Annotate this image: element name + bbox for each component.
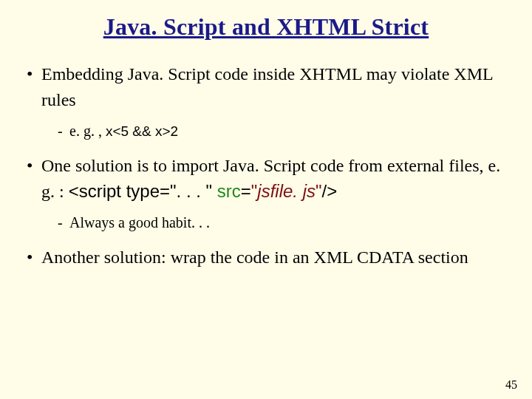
slide-title: Java. Script and XHTML Strict: [25, 13, 507, 41]
bullet-2-sub-text: Always a good habit. . .: [69, 214, 210, 231]
page-number: 45: [505, 378, 517, 392]
src-eq: =: [241, 181, 251, 201]
bullet-2-sub-item: Always a good habit. . .: [58, 211, 507, 234]
bullet-3: Another solution: wrap the code in an XM…: [25, 245, 507, 270]
bullet-3-text: Another solution: wrap the code in an XM…: [41, 248, 468, 267]
bullet-1-text: Embedding Java. Script code inside XHTML…: [41, 64, 493, 109]
bullet-2-sub: Always a good habit. . .: [41, 211, 507, 234]
script-tag-close: />: [322, 181, 338, 201]
bullet-1-sub-code: x<5 && x>2: [106, 123, 178, 139]
bullet-2: One solution is to import Java. Script c…: [25, 153, 507, 234]
src-attr-name: src: [217, 181, 241, 201]
src-value: jsfile. js: [257, 181, 316, 201]
bullet-1: Embedding Java. Script code inside XHTML…: [25, 61, 507, 143]
bullet-1-sub: e. g. , x<5 && x>2: [41, 119, 507, 143]
src-q2: ": [316, 181, 322, 201]
script-tag-open: <script type=". . . ": [69, 181, 217, 201]
bullet-1-sub-item: e. g. , x<5 && x>2: [58, 119, 507, 143]
bullet-1-sub-prefix: e. g. ,: [69, 123, 106, 139]
bullet-list: Embedding Java. Script code inside XHTML…: [25, 61, 507, 270]
slide: Java. Script and XHTML Strict Embedding …: [0, 0, 532, 399]
